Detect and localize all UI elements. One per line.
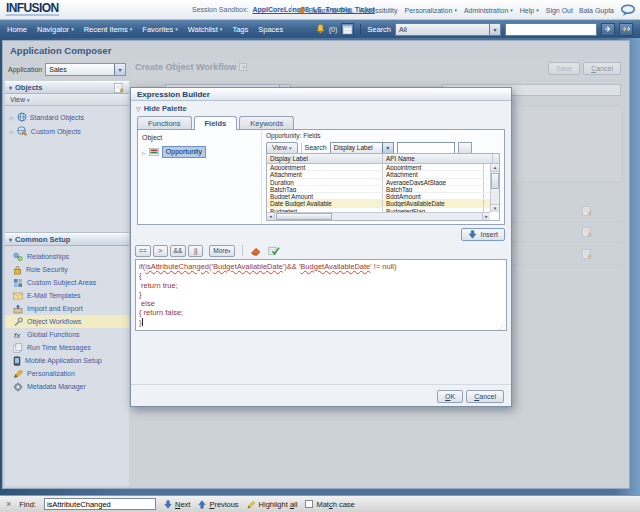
scrollbar-thumb[interactable] xyxy=(491,173,499,189)
sidebar-item-metadata-manager[interactable]: Metadata Manager xyxy=(5,380,129,393)
close-icon[interactable] xyxy=(6,500,11,509)
highlight-all-button[interactable]: Highlight all xyxy=(247,500,298,509)
sidebar-item-global-functions[interactable]: fxGlobal Functions xyxy=(5,328,129,341)
scrollbar-thumb[interactable] xyxy=(276,213,332,220)
hide-palette-toggle[interactable]: Hide Palette xyxy=(136,104,187,113)
global-link-personalization[interactable]: Personalization▾ xyxy=(405,7,457,14)
create-object-icon[interactable] xyxy=(113,82,125,94)
expression-code-editor[interactable]: if(isAttributeChanged('BudgetAvailableDa… xyxy=(135,259,507,331)
tree-item-standard-objects[interactable]: Standard Objects xyxy=(5,110,129,124)
advanced-search-button[interactable] xyxy=(619,23,633,36)
nav-item-spaces[interactable]: Spaces xyxy=(258,25,283,34)
operator-button-and[interactable]: && xyxy=(170,245,187,257)
nav-item-navigator[interactable]: Navigator▾ xyxy=(37,25,74,34)
global-link-help[interactable]: Help▾ xyxy=(520,7,539,14)
create-icon[interactable] xyxy=(581,205,593,217)
field-row-appointment[interactable]: AppointmentAppointment xyxy=(267,164,490,171)
field-row-date-budget-available[interactable]: Date Budget AvailableBudgetAvailableDate xyxy=(267,200,490,207)
collapse-icon[interactable] xyxy=(9,83,12,92)
notifications-bell-icon[interactable] xyxy=(316,24,325,35)
operator-button-equals[interactable]: == xyxy=(135,245,151,257)
search-by-select[interactable]: Display Label xyxy=(330,142,394,154)
sidebar-item-run-time-messages[interactable]: Run Time Messages xyxy=(5,341,129,354)
tab-fields[interactable]: Fields xyxy=(194,116,238,130)
sidebar-item-custom-subject-areas[interactable]: Custom Subject Areas xyxy=(5,276,129,289)
validate-icon[interactable] xyxy=(268,246,280,256)
column-header-api-name[interactable]: API Name xyxy=(383,154,493,163)
content-cancel-button[interactable]: Cancel xyxy=(583,62,621,75)
field-row-attachment[interactable]: AttachmentAttachment xyxy=(267,171,490,178)
nav-item-home[interactable]: Home xyxy=(7,25,27,34)
nav-item-watchlist[interactable]: Watchlist▾ xyxy=(188,25,223,34)
tree-item-custom-objects[interactable]: Custom Objects xyxy=(5,124,129,138)
horizontal-scrollbar[interactable]: ◄ ► xyxy=(267,212,490,220)
global-link-sign-out[interactable]: Sign Out xyxy=(546,7,573,14)
scroll-down-icon[interactable]: ▼ xyxy=(491,204,499,212)
palette-tree-item-opportunity[interactable]: Opportunity xyxy=(142,146,257,158)
operator-button-or[interactable]: || xyxy=(188,245,203,257)
sidebar-item-e-mail-templates[interactable]: E-Mail Templates xyxy=(5,289,129,302)
chevron-down-icon[interactable] xyxy=(382,143,393,153)
sidebar-item-mobile-application-setup[interactable]: Mobile Application Setup xyxy=(5,354,129,367)
field-row-batchtag[interactable]: BatchTagBatchTag xyxy=(267,186,490,193)
ok-button[interactable]: OK xyxy=(437,390,463,403)
fields-search-go-button[interactable] xyxy=(458,142,472,154)
field-row-budget-amount[interactable]: Budget AmountBdgtAmount xyxy=(267,193,490,200)
global-link-return-to-trial[interactable]: Return to Trial xyxy=(298,6,352,15)
insert-button[interactable]: Insert xyxy=(461,228,505,241)
save-button[interactable]: Save xyxy=(548,62,580,75)
chevron-down-icon[interactable] xyxy=(114,64,125,75)
find-previous-button[interactable]: Previous xyxy=(198,500,238,509)
sidebar-item-relationships[interactable]: Relationships xyxy=(5,250,129,263)
fields-view-menu[interactable]: View ▾ xyxy=(266,142,298,154)
global-link-accessibility[interactable]: Accessibility xyxy=(359,7,397,14)
expand-icon[interactable] xyxy=(142,149,146,156)
content-title-text: Create Object Workflow xyxy=(135,62,236,72)
global-link-administration[interactable]: Administration▾ xyxy=(464,7,513,14)
resize-grip-icon[interactable] xyxy=(498,323,505,331)
chevron-down-icon[interactable] xyxy=(489,24,500,35)
create-icon[interactable] xyxy=(581,248,593,260)
scroll-right-icon[interactable]: ► xyxy=(482,213,490,220)
find-next-button[interactable]: Next xyxy=(164,500,190,509)
objects-view-menu[interactable]: View ▾ xyxy=(5,94,129,106)
text-cursor xyxy=(142,318,143,326)
objects-panel-header[interactable]: Objects xyxy=(5,81,129,94)
sidebar-item-role-security[interactable]: Role Security xyxy=(5,263,129,276)
scroll-left-icon[interactable]: ◄ xyxy=(267,213,275,220)
fields-search-input[interactable] xyxy=(397,142,455,154)
operator-button-greater-than[interactable]: > xyxy=(153,245,168,257)
dialog-cancel-button[interactable]: Cancel xyxy=(466,390,504,403)
application-select[interactable]: Sales xyxy=(45,63,126,76)
avatar-icon[interactable] xyxy=(620,4,636,17)
vertical-scrollbar[interactable]: ▲ ▼ xyxy=(490,164,499,212)
common-setup-title: Common Setup xyxy=(15,235,70,244)
sidebar-item-import-and-export[interactable]: Import and Export xyxy=(5,302,129,315)
expand-icon[interactable] xyxy=(10,128,14,135)
common-setup-panel-header[interactable]: Common Setup xyxy=(5,233,129,246)
global-search-input[interactable] xyxy=(505,23,597,36)
expand-icon[interactable] xyxy=(10,114,14,121)
nav-item-tags[interactable]: Tags xyxy=(232,25,248,34)
sidebar-item-personalization[interactable]: Personalization xyxy=(5,367,129,380)
match-case-checkbox[interactable]: Match case xyxy=(305,500,354,509)
field-row-duration[interactable]: DurationAverageDaysAtStage xyxy=(267,179,490,186)
search-scope-select[interactable]: All xyxy=(395,23,501,36)
nav-item-recent-items[interactable]: Recent Items▾ xyxy=(84,25,133,34)
column-header-display-label[interactable]: Display Label xyxy=(267,154,383,163)
scroll-up-icon[interactable]: ▲ xyxy=(491,164,499,172)
nav-item-favorites[interactable]: Favorites▾ xyxy=(142,25,177,34)
erase-icon[interactable] xyxy=(250,246,262,256)
tab-keywords[interactable]: Keywords xyxy=(239,116,294,129)
palette-panel: Object Opportunity Opportunity: Fields V… xyxy=(137,129,505,225)
more-menu-button[interactable]: More ▾ xyxy=(209,245,234,257)
collapse-icon[interactable] xyxy=(9,235,12,244)
help-icon[interactable] xyxy=(239,63,247,71)
create-icon[interactable] xyxy=(581,226,593,238)
find-input[interactable] xyxy=(44,498,156,510)
tab-functions[interactable]: Functions xyxy=(137,116,192,129)
checkbox-icon[interactable] xyxy=(305,500,313,508)
search-go-button[interactable] xyxy=(601,23,615,36)
calendar-button[interactable] xyxy=(341,23,354,36)
sidebar-item-object-workflows[interactable]: Object Workflows xyxy=(5,315,129,328)
